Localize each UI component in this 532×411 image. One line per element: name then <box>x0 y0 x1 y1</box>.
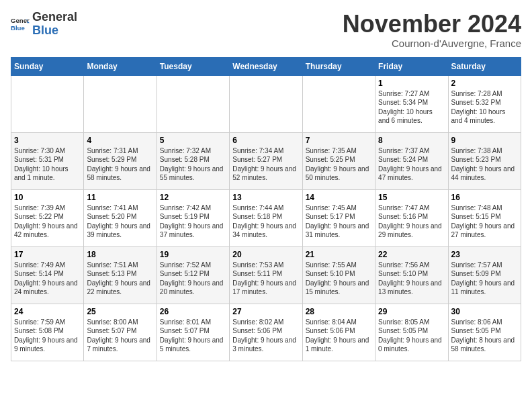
calendar-cell: 15Sunrise: 7:47 AM Sunset: 5:16 PM Dayli… <box>375 189 448 246</box>
calendar-cell <box>230 75 302 132</box>
week-row-1: 1Sunrise: 7:27 AM Sunset: 5:34 PM Daylig… <box>11 75 521 132</box>
week-row-2: 3Sunrise: 7:30 AM Sunset: 5:31 PM Daylig… <box>11 132 521 189</box>
day-info: Sunrise: 7:59 AM Sunset: 5:08 PM Dayligh… <box>14 318 81 354</box>
day-info: Sunrise: 7:30 AM Sunset: 5:31 PM Dayligh… <box>14 146 81 183</box>
day-info: Sunrise: 7:52 AM Sunset: 5:12 PM Dayligh… <box>160 261 226 297</box>
logo-icon: General Blue <box>11 15 30 34</box>
title-area: November 2024 Cournon-d'Auvergne, France <box>343 11 521 49</box>
calendar-cell: 10Sunrise: 7:39 AM Sunset: 5:22 PM Dayli… <box>11 189 84 246</box>
day-number: 20 <box>232 250 299 259</box>
day-info: Sunrise: 7:38 AM Sunset: 5:23 PM Dayligh… <box>451 146 518 183</box>
calendar-cell: 12Sunrise: 7:42 AM Sunset: 5:19 PM Dayli… <box>157 189 229 246</box>
day-number: 13 <box>232 193 299 202</box>
day-info: Sunrise: 8:00 AM Sunset: 5:07 PM Dayligh… <box>87 318 153 354</box>
calendar-cell: 18Sunrise: 7:51 AM Sunset: 5:13 PM Dayli… <box>84 246 157 304</box>
calendar-cell: 9Sunrise: 7:38 AM Sunset: 5:23 PM Daylig… <box>448 132 521 189</box>
day-number: 3 <box>14 136 81 145</box>
month-title: November 2024 <box>343 11 521 38</box>
weekday-tuesday: Tuesday <box>157 57 229 75</box>
day-info: Sunrise: 7:49 AM Sunset: 5:14 PM Dayligh… <box>14 261 81 297</box>
day-number: 12 <box>160 193 226 202</box>
calendar-cell: 17Sunrise: 7:49 AM Sunset: 5:14 PM Dayli… <box>11 246 84 304</box>
calendar-cell <box>11 75 84 132</box>
calendar-cell: 7Sunrise: 7:35 AM Sunset: 5:25 PM Daylig… <box>302 132 375 189</box>
day-number: 1 <box>378 79 445 88</box>
calendar-cell: 3Sunrise: 7:30 AM Sunset: 5:31 PM Daylig… <box>11 132 84 189</box>
calendar-cell: 1Sunrise: 7:27 AM Sunset: 5:34 PM Daylig… <box>375 75 448 132</box>
calendar-cell <box>302 75 375 132</box>
calendar-cell: 14Sunrise: 7:45 AM Sunset: 5:17 PM Dayli… <box>302 189 375 246</box>
week-row-5: 24Sunrise: 7:59 AM Sunset: 5:08 PM Dayli… <box>11 304 521 361</box>
day-info: Sunrise: 7:48 AM Sunset: 5:15 PM Dayligh… <box>451 203 518 240</box>
day-number: 2 <box>451 79 518 88</box>
day-number: 29 <box>378 307 445 316</box>
day-info: Sunrise: 7:34 AM Sunset: 5:27 PM Dayligh… <box>232 146 299 183</box>
day-info: Sunrise: 8:06 AM Sunset: 5:05 PM Dayligh… <box>451 318 518 354</box>
weekday-saturday: Saturday <box>448 57 521 75</box>
day-number: 16 <box>451 193 518 202</box>
calendar-cell: 16Sunrise: 7:48 AM Sunset: 5:15 PM Dayli… <box>448 189 521 246</box>
calendar-cell: 13Sunrise: 7:44 AM Sunset: 5:18 PM Dayli… <box>230 189 302 246</box>
calendar-cell: 24Sunrise: 7:59 AM Sunset: 5:08 PM Dayli… <box>11 304 84 361</box>
day-info: Sunrise: 7:56 AM Sunset: 5:10 PM Dayligh… <box>378 261 445 297</box>
calendar-cell: 25Sunrise: 8:00 AM Sunset: 5:07 PM Dayli… <box>84 304 157 361</box>
day-number: 30 <box>451 307 518 316</box>
calendar-body: 1Sunrise: 7:27 AM Sunset: 5:34 PM Daylig… <box>11 75 521 361</box>
day-number: 27 <box>232 307 299 316</box>
weekday-wednesday: Wednesday <box>230 57 302 75</box>
day-number: 6 <box>232 136 299 145</box>
calendar-cell: 29Sunrise: 8:05 AM Sunset: 5:05 PM Dayli… <box>375 304 448 361</box>
day-number: 18 <box>87 250 153 259</box>
calendar-cell: 19Sunrise: 7:52 AM Sunset: 5:12 PM Dayli… <box>157 246 229 304</box>
calendar-cell <box>84 75 157 132</box>
day-info: Sunrise: 7:41 AM Sunset: 5:20 PM Dayligh… <box>87 203 153 240</box>
day-info: Sunrise: 7:45 AM Sunset: 5:17 PM Dayligh… <box>306 203 372 240</box>
day-number: 22 <box>378 250 445 259</box>
day-number: 4 <box>87 136 153 145</box>
svg-text:Blue: Blue <box>11 24 25 32</box>
header: General Blue General Blue November 2024 … <box>11 11 521 49</box>
day-number: 17 <box>14 250 81 259</box>
day-info: Sunrise: 7:31 AM Sunset: 5:29 PM Dayligh… <box>87 146 153 183</box>
weekday-thursday: Thursday <box>302 57 375 75</box>
calendar-cell: 6Sunrise: 7:34 AM Sunset: 5:27 PM Daylig… <box>230 132 302 189</box>
day-info: Sunrise: 8:02 AM Sunset: 5:06 PM Dayligh… <box>232 318 299 354</box>
calendar-cell: 4Sunrise: 7:31 AM Sunset: 5:29 PM Daylig… <box>84 132 157 189</box>
logo-blue-text: Blue <box>32 24 58 37</box>
day-number: 14 <box>306 193 372 202</box>
weekday-sunday: Sunday <box>11 57 84 75</box>
calendar-cell: 26Sunrise: 8:01 AM Sunset: 5:07 PM Dayli… <box>157 304 229 361</box>
day-info: Sunrise: 7:35 AM Sunset: 5:25 PM Dayligh… <box>306 146 372 183</box>
weekday-friday: Friday <box>375 57 448 75</box>
calendar-cell: 28Sunrise: 8:04 AM Sunset: 5:06 PM Dayli… <box>302 304 375 361</box>
day-info: Sunrise: 8:05 AM Sunset: 5:05 PM Dayligh… <box>378 318 445 354</box>
calendar-cell: 27Sunrise: 8:02 AM Sunset: 5:06 PM Dayli… <box>230 304 302 361</box>
svg-text:General: General <box>11 17 30 24</box>
calendar-cell <box>157 75 229 132</box>
day-info: Sunrise: 7:42 AM Sunset: 5:19 PM Dayligh… <box>160 203 226 240</box>
calendar-cell: 11Sunrise: 7:41 AM Sunset: 5:20 PM Dayli… <box>84 189 157 246</box>
day-info: Sunrise: 7:39 AM Sunset: 5:22 PM Dayligh… <box>14 203 81 240</box>
weekday-row: SundayMondayTuesdayWednesdayThursdayFrid… <box>11 57 521 75</box>
logo-general-text: General <box>32 10 77 24</box>
day-info: Sunrise: 7:53 AM Sunset: 5:11 PM Dayligh… <box>232 261 299 297</box>
day-number: 26 <box>160 307 226 316</box>
day-info: Sunrise: 7:32 AM Sunset: 5:28 PM Dayligh… <box>160 146 226 183</box>
day-number: 23 <box>451 250 518 259</box>
day-number: 5 <box>160 136 226 145</box>
weekday-monday: Monday <box>84 57 157 75</box>
day-number: 24 <box>14 307 81 316</box>
day-info: Sunrise: 7:44 AM Sunset: 5:18 PM Dayligh… <box>232 203 299 240</box>
day-info: Sunrise: 7:47 AM Sunset: 5:16 PM Dayligh… <box>378 203 445 240</box>
calendar-cell: 8Sunrise: 7:37 AM Sunset: 5:24 PM Daylig… <box>375 132 448 189</box>
day-number: 15 <box>378 193 445 202</box>
logo: General Blue General Blue <box>11 11 77 38</box>
week-row-4: 17Sunrise: 7:49 AM Sunset: 5:14 PM Dayli… <box>11 246 521 304</box>
day-info: Sunrise: 8:01 AM Sunset: 5:07 PM Dayligh… <box>160 318 226 354</box>
day-number: 21 <box>306 250 372 259</box>
day-number: 10 <box>14 193 81 202</box>
day-number: 9 <box>451 136 518 145</box>
day-number: 11 <box>87 193 153 202</box>
calendar-cell: 21Sunrise: 7:55 AM Sunset: 5:10 PM Dayli… <box>302 246 375 304</box>
week-row-3: 10Sunrise: 7:39 AM Sunset: 5:22 PM Dayli… <box>11 189 521 246</box>
